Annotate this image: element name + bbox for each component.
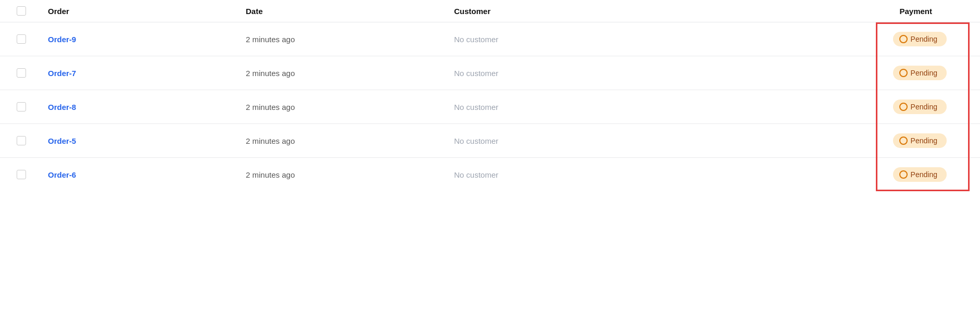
row-checkbox[interactable] (17, 136, 26, 145)
table-body: Order-9 2 minutes ago No customer Pendin… (0, 22, 980, 191)
customer-cell: No customer (454, 69, 662, 78)
customer-header: Customer (454, 7, 662, 16)
pending-icon (899, 170, 908, 179)
payment-badge[interactable]: Pending (893, 32, 947, 46)
payment-status: Pending (911, 103, 937, 111)
payment-status: Pending (911, 35, 937, 43)
order-link[interactable]: Order-6 (48, 170, 76, 179)
row-checkbox-cell (17, 34, 48, 44)
payment-cell: Pending (662, 167, 963, 182)
payment-cell: Pending (662, 100, 963, 114)
order-link-cell: Order-7 (48, 69, 246, 78)
pending-icon (899, 103, 908, 111)
row-checkbox-cell (17, 170, 48, 179)
payment-cell: Pending (662, 133, 963, 148)
date-cell: 2 minutes ago (246, 170, 454, 179)
order-link-cell: Order-6 (48, 170, 246, 179)
date-cell: 2 minutes ago (246, 137, 454, 145)
payment-header: Payment (662, 7, 963, 16)
row-checkbox[interactable] (17, 68, 26, 78)
pending-icon (899, 69, 908, 77)
pending-icon (899, 137, 908, 145)
order-link[interactable]: Order-5 (48, 137, 76, 145)
order-link[interactable]: Order-9 (48, 35, 76, 44)
date-cell: 2 minutes ago (246, 103, 454, 111)
payment-badge[interactable]: Pending (893, 66, 947, 80)
payment-cell: Pending (662, 32, 963, 46)
payment-badge[interactable]: Pending (893, 167, 947, 182)
payment-cell: Pending (662, 66, 963, 80)
pending-icon (899, 35, 908, 43)
order-header: Order (48, 7, 246, 16)
customer-cell: No customer (454, 170, 662, 179)
row-checkbox-cell (17, 102, 48, 111)
row-checkbox[interactable] (17, 34, 26, 44)
date-header: Date (246, 7, 454, 16)
customer-cell: No customer (454, 103, 662, 111)
table-row: Order-8 2 minutes ago No customer Pendin… (0, 90, 980, 124)
table-row: Order-5 2 minutes ago No customer Pendin… (0, 124, 980, 158)
table-header: Order Date Customer Payment (0, 0, 980, 22)
row-checkbox[interactable] (17, 102, 26, 111)
payment-badge[interactable]: Pending (893, 133, 947, 148)
row-checkbox-cell (17, 136, 48, 145)
select-all-cell (17, 6, 48, 16)
date-cell: 2 minutes ago (246, 35, 454, 44)
payment-status: Pending (911, 69, 937, 77)
payment-badge[interactable]: Pending (893, 100, 947, 114)
order-link[interactable]: Order-7 (48, 69, 76, 78)
customer-cell: No customer (454, 35, 662, 44)
table-row: Order-6 2 minutes ago No customer Pendin… (0, 158, 980, 191)
order-link[interactable]: Order-8 (48, 103, 76, 111)
row-checkbox[interactable] (17, 170, 26, 179)
order-link-cell: Order-8 (48, 103, 246, 111)
select-all-checkbox[interactable] (17, 6, 26, 16)
order-link-cell: Order-5 (48, 137, 246, 145)
row-checkbox-cell (17, 68, 48, 78)
payment-status: Pending (911, 170, 937, 179)
payment-status: Pending (911, 137, 937, 145)
date-cell: 2 minutes ago (246, 69, 454, 78)
table-row: Order-9 2 minutes ago No customer Pendin… (0, 22, 980, 56)
customer-cell: No customer (454, 137, 662, 145)
order-link-cell: Order-9 (48, 35, 246, 44)
orders-table: Order Date Customer Payment Order-9 2 mi… (0, 0, 980, 310)
table-row: Order-7 2 minutes ago No customer Pendin… (0, 56, 980, 90)
